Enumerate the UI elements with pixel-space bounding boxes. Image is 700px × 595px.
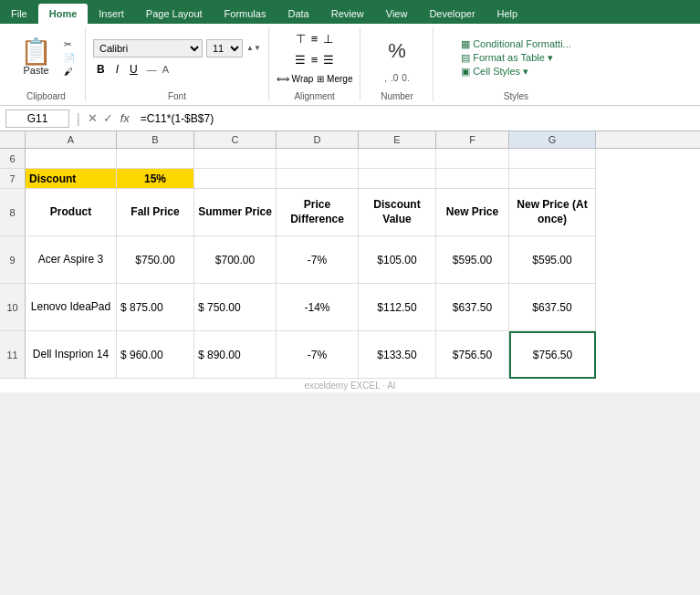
conditional-formatting-button[interactable]: ▦ Conditional Formatti... — [461, 38, 571, 50]
cut-button[interactable]: ✂ — [61, 38, 78, 50]
cell-d9[interactable]: -7% — [277, 236, 359, 284]
cancel-icon[interactable]: ✕ — [88, 111, 98, 125]
cell-e7[interactable] — [359, 169, 436, 189]
font-color-button[interactable]: A — [162, 64, 169, 75]
tab-data[interactable]: Data — [277, 4, 319, 24]
cell-a6[interactable] — [26, 149, 117, 169]
col-header-c[interactable]: C — [194, 131, 277, 148]
table-row: 6 — [0, 149, 700, 169]
tab-home[interactable]: Home — [38, 4, 89, 24]
merge-center-button[interactable]: ⊞ Merge — [317, 74, 352, 84]
cell-f6[interactable] — [436, 149, 509, 169]
align-middle-icon[interactable]: ≡ — [311, 32, 319, 46]
cell-a8[interactable]: Product — [26, 189, 117, 236]
cell-c11[interactable]: $ 890.00 — [194, 331, 277, 379]
strikethrough-button[interactable]: — — [147, 64, 157, 75]
cell-styles-button[interactable]: ▣ Cell Styles ▾ — [461, 66, 571, 78]
increase-decimal-button[interactable]: .0 — [391, 73, 398, 83]
cell-b7[interactable]: 15% — [117, 169, 194, 189]
cell-g11[interactable]: $756.50 — [509, 331, 596, 379]
cell-f10[interactable]: $637.50 — [436, 284, 509, 331]
cell-b8[interactable]: Fall Price — [117, 189, 194, 236]
decrease-decimal-button[interactable]: 0. — [402, 73, 409, 83]
cell-b9[interactable]: $750.00 — [117, 236, 194, 284]
tab-file[interactable]: File — [0, 4, 38, 24]
clipboard-group: 📋 Paste ✂ 📄 🖌 Clipboard — [7, 27, 86, 101]
cell-f8[interactable]: New Price — [436, 189, 509, 236]
cell-b11[interactable]: $ 960.00 — [117, 331, 194, 379]
cell-g8[interactable]: New Price (At once) — [509, 189, 596, 236]
cell-d7[interactable] — [277, 169, 359, 189]
font-size-select[interactable]: 11 — [206, 39, 243, 57]
cell-f11[interactable]: $756.50 — [436, 331, 509, 379]
percent-button[interactable]: % — [379, 33, 415, 69]
cell-e9[interactable]: $105.00 — [359, 236, 436, 284]
confirm-icon[interactable]: ✓ — [103, 111, 113, 125]
col-header-b[interactable]: B — [117, 131, 194, 148]
formula-icons: ✕ ✓ — [88, 111, 113, 125]
cell-b10[interactable]: $ 875.00 — [117, 284, 194, 331]
spreadsheet: A B C D E F G 6 7 Discount 15% 8 Product… — [0, 131, 700, 379]
row-num-10: 10 — [0, 284, 26, 331]
bold-button[interactable]: B — [93, 62, 109, 77]
align-top-icon[interactable]: ⊤ — [296, 32, 306, 46]
cell-c7[interactable] — [194, 169, 277, 189]
format-as-table-button[interactable]: ▤ Format as Table ▾ — [461, 52, 571, 64]
tab-insert[interactable]: Insert — [88, 4, 135, 24]
paste-button[interactable]: 📋 Paste — [15, 36, 57, 79]
fx-label: fx — [120, 111, 130, 125]
align-bottom-icon[interactable]: ⊥ — [323, 32, 333, 46]
tab-developer[interactable]: Developer — [418, 4, 486, 24]
font-name-select[interactable]: Calibri — [93, 39, 203, 57]
cell-g9[interactable]: $595.00 — [509, 236, 596, 284]
col-header-g[interactable]: G — [509, 131, 596, 148]
wrap-text-button[interactable]: ⟺ Wrap — [277, 74, 314, 84]
cell-e11[interactable]: $133.50 — [359, 331, 436, 379]
cell-g7[interactable] — [509, 169, 596, 189]
cell-e8[interactable]: Discount Value — [359, 189, 436, 236]
cell-c9[interactable]: $700.00 — [194, 236, 277, 284]
cell-f7[interactable] — [436, 169, 509, 189]
cell-c10[interactable]: $ 750.00 — [194, 284, 277, 331]
cell-d11[interactable]: -7% — [277, 331, 359, 379]
col-header-e[interactable]: E — [359, 131, 436, 148]
tab-help[interactable]: Help — [486, 4, 529, 24]
ribbon-tabs: File Home Insert Page Layout Formulas Da… — [0, 0, 700, 24]
tab-formulas[interactable]: Formulas — [214, 4, 277, 24]
cell-e6[interactable] — [359, 149, 436, 169]
cell-e10[interactable]: $112.50 — [359, 284, 436, 331]
copy-button[interactable]: 📄 — [61, 52, 78, 64]
cell-c8[interactable]: Summer Price — [194, 189, 277, 236]
align-right-icon[interactable]: ☰ — [323, 53, 334, 67]
tab-view[interactable]: View — [375, 4, 419, 24]
font-row2: B I U — A — [93, 62, 261, 77]
cell-d10[interactable]: -14% — [277, 284, 359, 331]
italic-button[interactable]: I — [112, 62, 122, 77]
cell-g10[interactable]: $637.50 — [509, 284, 596, 331]
cell-g6[interactable] — [509, 149, 596, 169]
underline-button[interactable]: U — [126, 62, 141, 77]
cell-c6[interactable] — [194, 149, 277, 169]
format-painter-button[interactable]: 🖌 — [61, 66, 78, 78]
cell-reference-input[interactable] — [5, 110, 69, 128]
cell-f9[interactable]: $595.00 — [436, 236, 509, 284]
cell-a10[interactable]: Lenovo IdeaPad — [26, 284, 117, 331]
clipboard-label: Clipboard — [26, 88, 66, 101]
cell-b6[interactable] — [117, 149, 194, 169]
col-header-f[interactable]: F — [436, 131, 509, 148]
align-left-icon[interactable]: ☰ — [295, 53, 306, 67]
cell-d6[interactable] — [277, 149, 359, 169]
col-header-d[interactable]: D — [277, 131, 359, 148]
col-header-a[interactable]: A — [26, 131, 117, 148]
align-center-icon[interactable]: ≡ — [311, 53, 319, 67]
font-row1: Calibri 11 ▲▼ — [93, 39, 261, 57]
cell-a7[interactable]: Discount — [26, 169, 117, 189]
row-num-9: 9 — [0, 236, 26, 284]
tab-page-layout[interactable]: Page Layout — [135, 4, 214, 24]
cell-a11[interactable]: Dell Insprion 14 — [26, 331, 117, 379]
formula-input[interactable] — [137, 110, 695, 127]
comma-button[interactable]: , — [384, 73, 387, 83]
tab-review[interactable]: Review — [320, 4, 375, 24]
cell-d8[interactable]: Price Difference — [277, 189, 359, 236]
cell-a9[interactable]: Acer Aspire 3 — [26, 236, 117, 284]
